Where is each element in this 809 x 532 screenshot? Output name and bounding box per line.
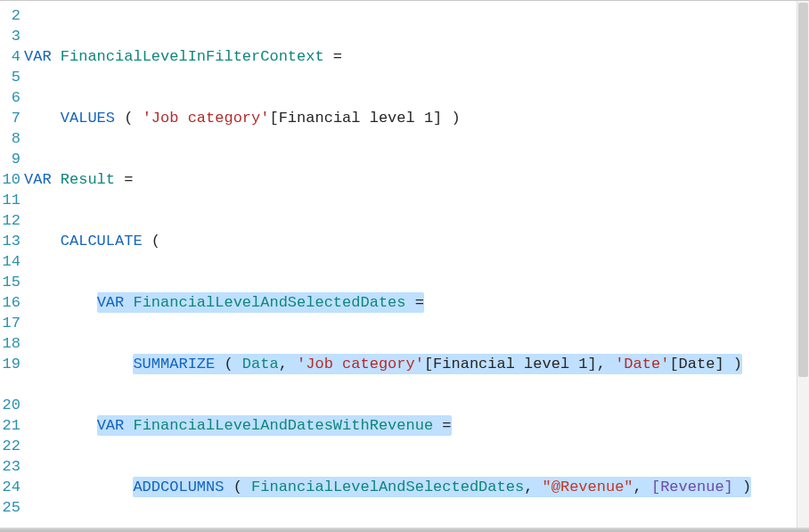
code-area[interactable]: VAR FinancialLevelInFilterContext = VALU… [24,1,809,532]
line-number [0,374,24,395]
line-number: 21 [0,415,24,436]
vertical-scrollbar[interactable] [797,1,809,530]
code-line[interactable]: VAR FinancialLevelAndSelectedDates = [24,292,809,313]
line-number: 19 [0,354,24,374]
line-number: 12 [0,210,24,231]
code-line[interactable]: VALUES ( 'Job category'[Financial level … [24,108,809,128]
line-number: 14 [0,251,24,272]
window-bevel [0,528,809,530]
code-line[interactable]: VAR Result = [24,169,809,190]
line-number: 3 [0,26,24,46]
code-editor[interactable]: 2 3 4 5 6 7 8 9 10 11 12 13 14 15 16 17 … [0,0,809,532]
line-number: 13 [0,231,24,251]
line-number: 8 [0,128,24,149]
line-number: 24 [0,477,24,497]
line-number: 6 [0,87,24,108]
scroll-thumb[interactable] [798,3,808,377]
line-number: 16 [0,292,24,313]
line-number: 5 [0,67,24,87]
line-number: 9 [0,149,24,169]
line-number: 17 [0,313,24,333]
line-number: 23 [0,456,24,477]
code-line[interactable]: CALCULATE ( [24,231,809,251]
line-number: 15 [0,272,24,292]
code-line[interactable]: VAR FinancialLevelAndDatesWithRevenue = [24,415,809,436]
line-number: 4 [0,46,24,67]
gutter: 2 3 4 5 6 7 8 9 10 11 12 13 14 15 16 17 … [0,1,24,532]
line-number: 20 [0,395,24,415]
line-number: 10 [0,169,24,190]
line-number: 25 [0,497,24,518]
code-line[interactable]: VAR FinancialLevelInFilterContext = [24,46,809,67]
line-number: 18 [0,333,24,354]
code-line[interactable]: ADDCOLUMNS ( FinancialLevelAndSelectedDa… [24,477,809,497]
code-line[interactable]: SUMMARIZE ( Data, 'Job category'[Financi… [24,354,809,374]
line-number: 2 [0,5,24,26]
line-number: 11 [0,190,24,210]
line-number: 7 [0,108,24,128]
line-number: 22 [0,436,24,456]
